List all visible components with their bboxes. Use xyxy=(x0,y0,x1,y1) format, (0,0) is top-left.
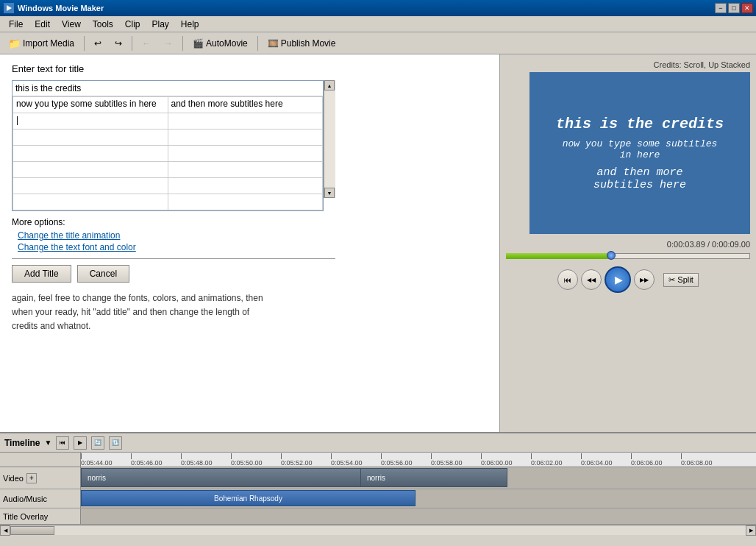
change-animation-link[interactable]: Change the title animation xyxy=(18,230,488,241)
scroll-up-button[interactable]: ▲ xyxy=(324,80,335,91)
table-row xyxy=(13,162,323,178)
automovie-label: AutoMovie xyxy=(206,38,248,49)
title-input-row xyxy=(13,81,323,96)
ruler-tick-3: 0:05:48.00 xyxy=(181,453,213,467)
table-row xyxy=(13,113,323,130)
timeline-loop2-button[interactable]: 🔃 xyxy=(109,436,122,450)
menu-view[interactable]: View xyxy=(56,18,87,31)
video-label-text: Video xyxy=(3,474,24,483)
rewind-button[interactable]: ⏮ xyxy=(557,269,578,290)
timeline-label: Timeline xyxy=(4,438,40,448)
menu-edit[interactable]: Edit xyxy=(29,18,56,31)
progress-handle[interactable] xyxy=(607,251,616,260)
forward-icon: → xyxy=(164,38,173,49)
title-overlay-label-text: Title Overlay xyxy=(3,512,48,521)
subtitle-col1-row3[interactable] xyxy=(16,131,165,141)
add-video-button[interactable]: + xyxy=(26,473,37,483)
close-button[interactable]: ✕ xyxy=(741,3,753,13)
scrollbar-vertical[interactable]: ▲ ▼ xyxy=(324,80,335,198)
window-controls: − □ ✕ xyxy=(715,3,753,13)
maximize-button[interactable]: □ xyxy=(728,3,740,13)
split-button[interactable]: ✂ Split xyxy=(663,273,698,287)
timeline-scrollbar: ◀ ▶ xyxy=(0,525,756,535)
cancel-button[interactable]: Cancel xyxy=(77,265,129,283)
menu-tools[interactable]: Tools xyxy=(87,18,119,31)
timeline-header: Timeline ▼ ⏮ ▶ 🔄 🔃 xyxy=(0,433,756,453)
ruler-tick-4: 0:05:50.00 xyxy=(231,453,263,467)
timeline-dropdown-icon[interactable]: ▼ xyxy=(44,439,51,447)
subtitle-col2-row2[interactable] xyxy=(171,115,320,125)
audio-track-row: Audio/Music Bohemian Rhapsody xyxy=(0,489,756,508)
video-track-label: Video + xyxy=(0,467,81,489)
add-title-button[interactable]: Add Title xyxy=(12,265,71,283)
play-button[interactable]: ▶ xyxy=(605,266,631,293)
subtitle-col2-row7[interactable] xyxy=(171,196,320,206)
ruler-tick-2: 0:05:46.00 xyxy=(131,453,163,467)
subtitle-col1-row2[interactable] xyxy=(16,115,165,125)
publish-button[interactable]: 🎞️ Publish Movie xyxy=(263,35,341,52)
video-track-row: Video + norris norris xyxy=(0,467,756,489)
ruler-tick-1: 0:05:44.00 xyxy=(81,453,113,467)
redo-icon: ↪ xyxy=(115,38,122,49)
text-input-area xyxy=(12,80,324,211)
timeline-ruler: 0:05:44.00 0:05:46.00 0:05:48.00 0:05:50… xyxy=(0,453,756,467)
subtitle-col2-row6[interactable] xyxy=(171,180,320,190)
video-controls: 0:00:03.89 / 0:00:09.00 ⏮ ◀◀ ▶ ▶▶ ✂ Spli… xyxy=(506,240,750,293)
time-display: 0:00:03.89 / 0:00:09.00 xyxy=(506,240,750,249)
timeline-scroll-left[interactable]: ◀ xyxy=(0,525,10,536)
menu-file[interactable]: File xyxy=(3,18,29,31)
scroll-down-button[interactable]: ▼ xyxy=(324,188,335,198)
split-label: Split xyxy=(677,275,693,284)
play-icon: ▶ xyxy=(615,274,623,286)
audio-clip-1[interactable]: Bohemian Rhapsody xyxy=(81,490,416,506)
subtitle-col2-row1[interactable] xyxy=(171,99,320,109)
preview-label: Credits: Scroll, Up Stacked xyxy=(506,60,750,69)
video-clip-2[interactable]: norris xyxy=(360,468,507,487)
ruler-tick-13: 0:06:08.00 xyxy=(681,453,713,467)
subtitle-col1-row5[interactable] xyxy=(16,163,165,174)
ruler-tick-5: 0:05:52.00 xyxy=(281,453,313,467)
subtitle-col1-row6[interactable] xyxy=(16,180,165,190)
step-forward-button[interactable]: ▶▶ xyxy=(634,269,655,290)
menu-clip[interactable]: Clip xyxy=(119,18,146,31)
progress-bar-container[interactable] xyxy=(506,252,750,260)
menu-help[interactable]: Help xyxy=(175,18,205,31)
timeline-scroll-right[interactable]: ▶ xyxy=(746,525,756,536)
scroll-track xyxy=(324,91,335,188)
timeline-play-button[interactable]: ▶ xyxy=(74,436,87,450)
progress-bar-fill xyxy=(506,253,611,259)
minimize-button[interactable]: − xyxy=(715,3,727,13)
subtitle-col1-row1[interactable] xyxy=(16,99,165,109)
undo-icon: ↩ xyxy=(94,38,101,49)
forward-button[interactable]: → xyxy=(159,35,178,52)
undo-button[interactable]: ↩ xyxy=(89,35,107,52)
preview-box: this is the credits now you type some su… xyxy=(529,72,750,234)
divider-line xyxy=(12,258,335,259)
menu-bar: File Edit View Tools Clip Play Help xyxy=(0,16,756,32)
publish-icon: 🎞️ xyxy=(268,38,279,49)
audio-label-text: Audio/Music xyxy=(3,494,47,503)
toolbar-separator-4 xyxy=(257,36,258,51)
preview-subtitle-2: and then more subtitles here xyxy=(593,166,686,191)
subtitle-col2-row5[interactable] xyxy=(171,163,320,174)
timeline-scroll-thumb[interactable] xyxy=(10,526,54,535)
publish-label: Publish Movie xyxy=(281,38,336,49)
redo-button[interactable]: ↪ xyxy=(110,35,127,52)
step-back-button[interactable]: ◀◀ xyxy=(581,269,602,290)
timeline-skip-back-button[interactable]: ⏮ xyxy=(56,436,69,450)
import-media-button[interactable]: 📁 Import Media xyxy=(3,35,79,52)
change-font-link[interactable]: Change the text font and color xyxy=(18,242,488,252)
subtitle-col1-row4[interactable] xyxy=(16,147,165,157)
menu-play[interactable]: Play xyxy=(146,18,175,31)
automovie-button[interactable]: 🎬 AutoMovie xyxy=(188,35,253,52)
subtitle-col2-row4[interactable] xyxy=(171,147,320,157)
timeline-loop1-button[interactable]: 🔄 xyxy=(91,436,104,450)
audio-track-content: Bohemian Rhapsody xyxy=(81,489,756,508)
toolbar-separator-3 xyxy=(182,36,183,51)
subtitle-col2-row3[interactable] xyxy=(171,131,320,141)
video-track-content: norris norris xyxy=(81,467,756,489)
title-text-input[interactable] xyxy=(15,83,320,93)
timeline-tracks: Video + norris norris Audio/Music Bohemi… xyxy=(0,467,756,525)
back-button[interactable]: ← xyxy=(137,35,156,52)
subtitle-col1-row7[interactable] xyxy=(16,196,165,206)
